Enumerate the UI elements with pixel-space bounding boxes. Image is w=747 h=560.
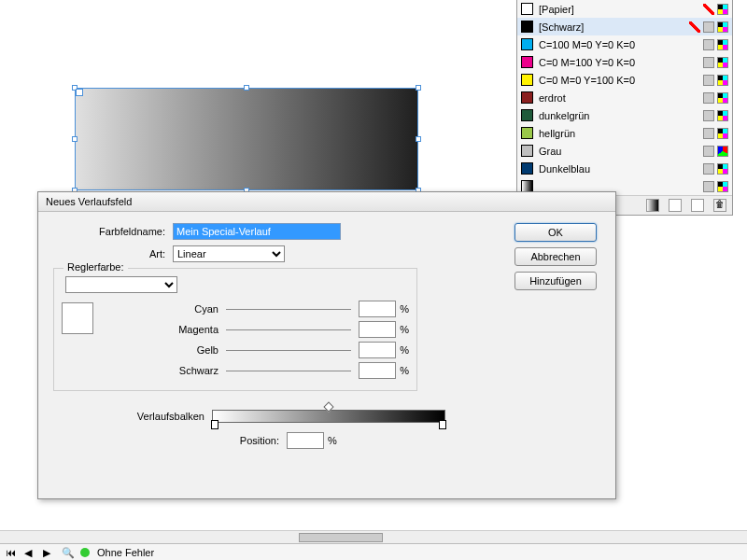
swatch-color-icon <box>521 91 533 104</box>
swatch-color-icon <box>521 38 533 50</box>
swatch-row[interactable]: erdrot <box>517 89 732 106</box>
swatch-row[interactable]: [Papier] <box>517 0 732 18</box>
name-label: Farbfeldname: <box>53 226 173 237</box>
swatch-color-icon <box>521 145 533 157</box>
gray-icon <box>703 181 714 192</box>
no-icon <box>703 4 714 15</box>
status-dot-icon <box>80 548 90 557</box>
dialog-title: Neues Verlaufsfeld <box>38 192 615 212</box>
cmyk-icon <box>717 163 728 175</box>
cyan-label: Cyan <box>105 303 226 315</box>
swatch-name-input[interactable] <box>173 223 341 240</box>
stop-color-group: Reglerfarbe: Cyan% Magenta% Gelb% Schwar… <box>53 268 417 391</box>
swatch-color-icon <box>521 74 533 86</box>
swatch-name: Dunkelblau <box>539 163 698 175</box>
swatch-row[interactable]: [Schwarz] <box>517 18 732 35</box>
cmyk-icon <box>717 128 728 139</box>
swatch-name: [Schwarz] <box>539 21 684 33</box>
gradient-ramp[interactable] <box>212 410 445 423</box>
swatch-row[interactable]: C=100 M=0 Y=0 K=0 <box>517 35 732 53</box>
swatch-row[interactable]: Grau <box>517 142 732 160</box>
cmyk-icon <box>717 21 728 33</box>
schwarz-slider[interactable] <box>226 371 351 371</box>
new-swatch-icon[interactable] <box>669 199 682 212</box>
cmyk-icon <box>717 4 728 15</box>
magenta-value[interactable] <box>359 321 396 338</box>
swatch-name: dunkelgrün <box>539 110 698 121</box>
group-label: Reglerfarbe: <box>63 261 128 273</box>
swatch-color-icon <box>521 162 533 175</box>
swatch-color-icon <box>521 109 533 121</box>
gray-icon <box>703 163 714 175</box>
cyan-value[interactable] <box>359 301 396 317</box>
schwarz-label: Schwarz <box>105 365 226 376</box>
gray-icon <box>703 57 714 68</box>
type-label: Art: <box>53 248 173 259</box>
status-bar: ⏮ ◀ ▶ 🔍 Ohne Fehler <box>0 543 747 560</box>
gradient-stop-right[interactable] <box>439 420 446 429</box>
swatch-row[interactable]: hellgrün <box>517 124 732 142</box>
swatch-row[interactable]: dunkelgrün <box>517 106 732 124</box>
gray-icon <box>703 110 714 121</box>
cancel-button[interactable]: Abbrechen <box>514 247 597 266</box>
ok-button[interactable]: OK <box>514 223 597 242</box>
position-value[interactable] <box>287 432 324 449</box>
gelb-slider[interactable] <box>226 350 351 351</box>
gray-icon <box>703 92 714 104</box>
new-swatch-2-icon[interactable] <box>691 199 704 212</box>
first-page-icon[interactable]: ⏮ <box>6 547 17 558</box>
scroll-thumb[interactable] <box>299 533 383 542</box>
cmyk-icon <box>717 39 728 50</box>
schwarz-value[interactable] <box>359 362 396 379</box>
swatch-name: hellgrün <box>539 128 698 139</box>
swatch-name: C=0 M=100 Y=0 K=0 <box>539 57 698 68</box>
position-label: Position: <box>53 435 287 446</box>
gray-icon <box>703 128 714 139</box>
prev-page-icon[interactable]: ◀ <box>24 547 35 558</box>
swatch-name: Grau <box>539 146 698 157</box>
rgb-icon <box>717 146 728 157</box>
swatch-row[interactable]: C=0 M=0 Y=100 K=0 <box>517 71 732 89</box>
cmyk-icon <box>717 92 728 104</box>
gradient-type-select[interactable]: Linear <box>173 245 285 262</box>
swatch-color-icon <box>521 56 533 68</box>
gray-icon <box>703 146 714 157</box>
cmyk-icon <box>717 110 728 121</box>
add-button[interactable]: Hinzufügen <box>514 272 597 290</box>
swatch-color-icon <box>521 127 533 139</box>
swatch-name: [Papier] <box>539 4 698 15</box>
new-gradient-dialog: Neues Verlaufsfeld Farbfeldname: Art: Li… <box>37 191 616 499</box>
gelb-value[interactable] <box>359 342 396 358</box>
swatch-color-icon <box>521 3 533 15</box>
swatch-row[interactable]: Dunkelblau <box>517 160 732 177</box>
cmyk-icon <box>717 57 728 68</box>
midpoint-diamond[interactable] <box>323 401 333 412</box>
color-preview <box>62 302 93 334</box>
swatch-row[interactable]: C=0 M=100 Y=0 K=0 <box>517 53 732 71</box>
no-icon <box>689 21 700 33</box>
magenta-slider[interactable] <box>226 329 351 330</box>
gray-icon <box>703 75 714 86</box>
gray-icon <box>703 21 714 33</box>
status-text: Ohne Fehler <box>97 547 154 558</box>
delete-swatch-icon[interactable] <box>713 199 726 212</box>
swatch-name: C=0 M=0 Y=100 K=0 <box>539 75 698 86</box>
cmyk-icon <box>717 181 728 192</box>
swatch-name: C=100 M=0 Y=0 K=0 <box>539 39 698 50</box>
magenta-label: Magenta <box>105 324 226 335</box>
gray-icon <box>703 39 714 50</box>
gelb-label: Gelb <box>105 344 226 356</box>
search-icon[interactable]: 🔍 <box>62 547 73 558</box>
gradient-bar-label: Verlaufsbalken <box>53 411 212 422</box>
cyan-slider[interactable] <box>226 309 351 310</box>
swatches-panel: [Papier][Schwarz]C=100 M=0 Y=0 K=0C=0 M=… <box>516 0 733 216</box>
swatch-name: erdrot <box>539 92 698 104</box>
gradient-stop-left[interactable] <box>211 420 218 429</box>
next-page-icon[interactable]: ▶ <box>43 547 54 558</box>
h-scrollbar[interactable] <box>0 530 747 543</box>
gradient-frame[interactable] <box>75 88 418 190</box>
swatch-color-icon <box>521 21 533 33</box>
show-gradients-icon[interactable] <box>646 199 659 212</box>
stop-color-select[interactable] <box>65 276 177 293</box>
cmyk-icon <box>717 75 728 86</box>
